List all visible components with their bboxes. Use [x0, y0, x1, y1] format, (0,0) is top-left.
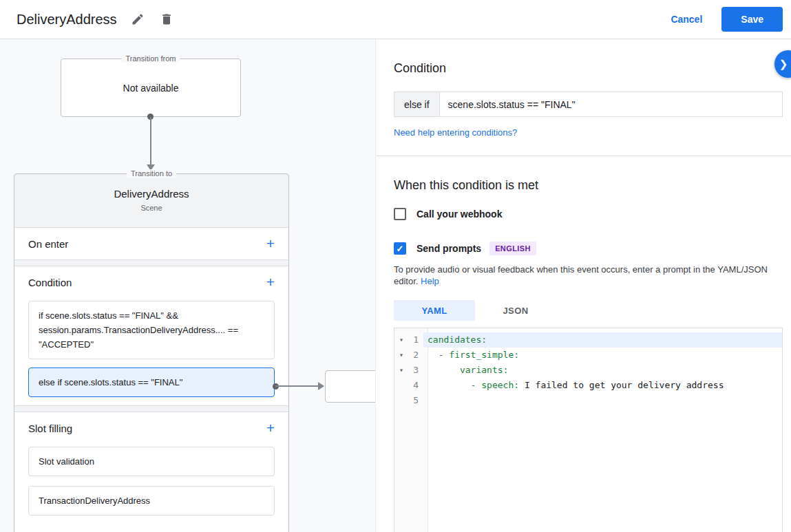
yaml-editor[interactable]: ▾ 1 candidates: ▾ 2 - first_simple: ▾ 3 … [394, 328, 783, 532]
topbar-right: Cancel Save [671, 7, 783, 32]
editor-line[interactable]: 5 [394, 393, 782, 408]
cancel-button[interactable]: Cancel [671, 14, 702, 25]
arrow-right-icon [318, 382, 324, 390]
section-gap [14, 260, 288, 266]
slot-filling-title: Slot filling [28, 423, 72, 434]
tab-json[interactable]: JSON [475, 300, 556, 321]
send-prompts-checkbox[interactable]: ✓ [394, 242, 406, 255]
condition-help-link[interactable]: Need help entering conditions? [394, 127, 517, 138]
condition-section: Condition + if scene.slots.status == "FI… [14, 266, 288, 406]
editor-line[interactable]: ▾ 2 - first_simple: [394, 348, 782, 363]
condition-help-row: Need help entering conditions? [394, 126, 783, 138]
editor-line[interactable]: 4 - speech: I failed to get your deliver… [394, 378, 782, 393]
add-on-enter-button[interactable]: + [266, 237, 275, 251]
scene-type: Scene [14, 204, 288, 212]
divider [376, 156, 791, 156]
condition-title: Condition [28, 277, 72, 288]
scene-diagram-panel: Transition from Not available Transition… [0, 39, 376, 532]
line-number: 4 [408, 378, 423, 393]
plus-icon: + [266, 235, 275, 251]
language-badge: ENGLISH [489, 242, 536, 255]
code-token: candidates: [428, 334, 487, 345]
condition-row: else if [394, 92, 783, 117]
save-button[interactable]: Save [721, 7, 783, 32]
condition-card-text: if scene.slots.status == "FINAL" && sess… [39, 310, 238, 350]
fold-arrow-icon[interactable]: ▾ [394, 332, 408, 348]
condition-card[interactable]: if scene.slots.status == "FINAL" && sess… [28, 301, 275, 359]
add-slot-button[interactable]: + [266, 421, 275, 435]
on-enter-header: On enter + [14, 228, 288, 259]
call-webhook-label: Call your webhook [416, 209, 502, 220]
line-number: 1 [408, 332, 423, 348]
slot-filling-section: Slot filling + Slot validation Transacti… [14, 412, 288, 532]
code-token: - [428, 380, 481, 390]
code-line[interactable]: variants: [423, 363, 782, 378]
line-number: 3 [408, 363, 423, 378]
code-token: speech: [481, 380, 519, 390]
condition-type-label: else if [394, 92, 440, 117]
fold-spacer [394, 378, 408, 393]
plus-icon: + [266, 420, 275, 436]
prompts-description: To provide audio or visual feedback when… [394, 264, 779, 287]
pencil-icon [131, 12, 145, 26]
slot-filling-header: Slot filling + [14, 412, 288, 444]
code-token: first_simple: [449, 350, 519, 360]
on-enter-section: On enter + [14, 228, 288, 260]
code-token: - [428, 350, 449, 360]
topbar-left: DeliveryAddress [17, 11, 175, 28]
code-line[interactable]: candidates: [423, 332, 782, 348]
transition-to-label: Transition to [127, 169, 176, 178]
code-line[interactable]: - first_simple: [423, 348, 782, 363]
help-link[interactable]: Help [421, 276, 439, 286]
slot-card[interactable]: TransactionDeliveryAddress [28, 486, 275, 515]
editor-line[interactable]: ▾ 1 candidates: [394, 332, 782, 348]
check-icon: ✓ [397, 244, 404, 254]
fold-spacer [394, 393, 408, 408]
edit-title-button[interactable] [129, 11, 146, 28]
send-prompts-row: ✓ Send prompts ENGLISH [394, 241, 783, 256]
topbar: DeliveryAddress Cancel Save [0, 0, 791, 39]
add-condition-button[interactable]: + [266, 275, 275, 289]
chevron-right-icon: ❯ [779, 58, 788, 70]
editor-line[interactable]: ▾ 3 variants: [394, 363, 782, 378]
content: Transition from Not available Transition… [0, 39, 791, 532]
page-title: DeliveryAddress [17, 12, 117, 28]
transition-from-box: Transition from Not available [61, 58, 241, 117]
code-line[interactable] [423, 393, 782, 408]
trash-icon [160, 12, 173, 26]
line-number: 2 [408, 348, 423, 363]
slot-card[interactable]: Slot validation [28, 447, 275, 476]
line-number: 5 [408, 393, 423, 408]
scene-header: DeliveryAddress Scene [14, 174, 288, 228]
transition-to-box: Transition to DeliveryAddress Scene On e… [14, 173, 289, 532]
condition-input[interactable] [440, 92, 783, 117]
code-token: variants: [460, 365, 508, 375]
slot-card-label: Slot validation [39, 456, 94, 467]
condition-card-selected[interactable]: else if scene.slots.status == "FINAL" [28, 368, 275, 397]
plus-icon: + [266, 274, 275, 290]
tab-yaml[interactable]: YAML [394, 300, 475, 321]
connector-line [150, 117, 151, 165]
condition-editor-panel: ❯ Condition else if Need help entering c… [376, 39, 791, 532]
delete-scene-button[interactable] [158, 11, 175, 28]
fold-arrow-icon[interactable]: ▾ [394, 348, 408, 363]
call-webhook-checkbox[interactable] [394, 208, 406, 220]
fold-arrow-icon[interactable]: ▾ [394, 363, 408, 378]
transition-target-box[interactable] [325, 370, 376, 403]
slot-card-label: TransactionDeliveryAddress [39, 496, 150, 506]
description-text: To provide audio or visual feedback when… [394, 264, 768, 286]
condition-header: Condition + [14, 266, 288, 298]
code-line[interactable]: - speech: I failed to get your delivery … [423, 378, 782, 393]
when-met-title: When this condition is met [394, 178, 783, 193]
app-root: DeliveryAddress Cancel Save Transition f… [0, 0, 791, 532]
section-gap [14, 406, 288, 412]
scene-name: DeliveryAddress [14, 188, 288, 200]
connector-line [275, 385, 319, 387]
panel-title: Condition [394, 61, 783, 76]
editor-tabs: YAML JSON [394, 300, 783, 321]
condition-card-text: else if scene.slots.status == "FINAL" [39, 377, 182, 387]
webhook-row: Call your webhook [394, 206, 783, 222]
transition-from-label: Transition from [122, 54, 180, 63]
code-token: I failed to get your delivery address [519, 380, 724, 390]
code-token [428, 365, 460, 375]
